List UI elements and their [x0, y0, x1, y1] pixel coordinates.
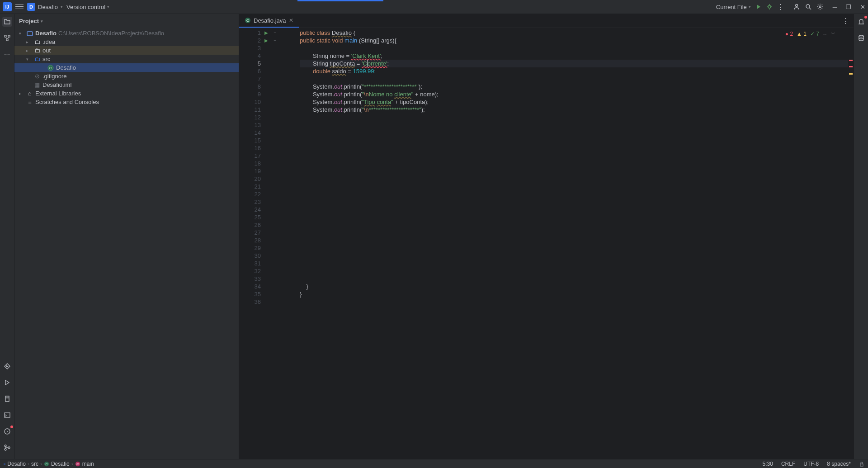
loading-progress-bar: [297, 0, 383, 1]
tree-file-desafio-class[interactable]: C Desafio: [14, 63, 239, 72]
run-gutter[interactable]: ▶ ▶: [264, 28, 272, 459]
run-tool-button[interactable]: [2, 378, 12, 388]
project-tool-window: Project ▾ ▾ Desafio C:\Users\ROBSON\Idea…: [14, 14, 239, 459]
warning-marker[interactable]: [849, 73, 853, 75]
database-tool-button[interactable]: [856, 33, 866, 43]
structure-tool-button[interactable]: [2, 33, 12, 43]
services-tool-button[interactable]: [2, 361, 12, 371]
run-config-selector[interactable]: Current File ▾: [716, 4, 751, 10]
inspections-up-icon[interactable]: ︿: [823, 31, 827, 37]
code-content[interactable]: public class Desafio {public static void…: [278, 28, 848, 459]
tree-external-libraries[interactable]: ▸ ⌂ External Libraries: [14, 89, 239, 98]
close-button[interactable]: ✕: [860, 4, 865, 10]
svg-rect-33: [860, 464, 863, 466]
svg-point-0: [768, 5, 771, 8]
line-separator[interactable]: CRLF: [781, 461, 795, 467]
class-icon: C: [245, 17, 251, 24]
error-marker[interactable]: [849, 60, 853, 61]
breadcrumb-project[interactable]: Desafio: [7, 461, 26, 467]
version-control-menu[interactable]: Version control ▾: [66, 4, 109, 10]
settings-icon[interactable]: [816, 3, 824, 10]
readonly-lock-icon[interactable]: [859, 461, 864, 467]
tree-folder-src[interactable]: ▾ 🗀 src: [14, 55, 239, 63]
project-tree[interactable]: ▾ Desafio C:\Users\ROBSON\IdeaProjects\D…: [14, 28, 239, 459]
tree-root[interactable]: ▾ Desafio C:\Users\ROBSON\IdeaProjects\D…: [14, 29, 239, 38]
svg-point-8: [819, 6, 821, 8]
tree-root-label: Desafio: [35, 30, 57, 37]
svg-point-28: [859, 35, 863, 37]
chevron-down-icon: ▾: [41, 19, 43, 24]
tab-close-icon[interactable]: ✕: [289, 17, 293, 24]
run-line-icon[interactable]: ▶: [264, 37, 272, 44]
vcs-label-text: Version control: [66, 4, 105, 10]
navigation-breadcrumb[interactable]: ▫ Desafio › src › C Desafio › m main: [4, 461, 94, 467]
tree-item-label: External Libraries: [35, 90, 81, 97]
tree-scratches[interactable]: ≡ Scratches and Consoles: [14, 98, 239, 106]
error-count: ● 2: [785, 31, 793, 37]
svg-rect-23: [27, 32, 33, 36]
debug-button[interactable]: [766, 4, 773, 10]
inspections-widget[interactable]: ● 2 ▲ 1 ✓ 7 ︿ ﹀: [785, 31, 835, 37]
error-marker[interactable]: [849, 66, 853, 67]
breadcrumb-folder[interactable]: src: [31, 461, 38, 467]
code-editor[interactable]: 1234 5678 9101112 13141516 17181920 2122…: [239, 28, 854, 459]
tree-item-label: src: [42, 56, 50, 62]
status-bar: ▫ Desafio › src › C Desafio › m main 5:3…: [0, 459, 868, 468]
run-line-icon[interactable]: ▶: [264, 29, 272, 37]
terminal-tool-button[interactable]: [2, 410, 12, 420]
indent-setting[interactable]: 8 spaces*: [827, 461, 851, 467]
svg-point-19: [5, 445, 6, 447]
more-tools-button[interactable]: ⋯: [2, 49, 12, 59]
tree-item-label: .gitignore: [42, 73, 66, 80]
svg-point-5: [795, 5, 797, 7]
chevron-down-icon: ▾: [749, 5, 751, 9]
svg-rect-9: [5, 35, 6, 37]
fold-gutter[interactable]: −−: [272, 28, 278, 459]
tree-file-gitignore[interactable]: ⊘ .gitignore: [14, 72, 239, 80]
breadcrumb-method[interactable]: main: [82, 461, 94, 467]
file-tab[interactable]: C Desafio.java ✕: [239, 14, 299, 28]
tree-folder-out[interactable]: ▸ 🗀 out: [14, 46, 239, 55]
project-tool-button[interactable]: [2, 17, 12, 27]
tree-item-label: .idea: [42, 38, 55, 45]
project-selector[interactable]: D Desafio ▾: [27, 3, 63, 11]
inspections-down-icon[interactable]: ﹀: [831, 31, 835, 37]
app-logo-icon: IJ: [3, 2, 12, 11]
left-tool-rail: ⋯: [0, 14, 14, 459]
panel-title: Project: [19, 18, 39, 24]
current-file-label: Current File: [716, 4, 747, 10]
weak-warning-count: ✓ 7: [810, 31, 819, 37]
svg-rect-11: [6, 39, 8, 41]
warning-count: ▲ 1: [797, 31, 807, 37]
notifications-icon[interactable]: [856, 17, 866, 27]
svg-text:m: m: [76, 462, 79, 465]
tree-folder-idea[interactable]: ▸ 🗀 .idea: [14, 38, 239, 46]
tree-item-label: Desafio.iml: [42, 81, 71, 88]
search-icon[interactable]: [805, 3, 812, 10]
tree-file-iml[interactable]: ▦ Desafio.iml: [14, 80, 239, 89]
error-stripe[interactable]: [848, 28, 854, 459]
code-with-me-icon[interactable]: [793, 3, 800, 10]
svg-point-18: [7, 431, 8, 432]
svg-rect-16: [5, 413, 10, 417]
svg-point-20: [5, 449, 6, 450]
minimize-button[interactable]: ─: [833, 4, 837, 10]
run-button[interactable]: [755, 4, 762, 10]
cursor-position[interactable]: 5:30: [763, 461, 773, 467]
more-run-options-icon[interactable]: ⋮: [777, 3, 784, 11]
chevron-down-icon: ▾: [61, 5, 63, 9]
svg-text:C: C: [246, 19, 249, 23]
method-icon: m: [75, 461, 80, 467]
hamburger-menu-icon[interactable]: [15, 3, 24, 11]
file-encoding[interactable]: UTF-8: [803, 461, 819, 467]
project-panel-header[interactable]: Project ▾: [14, 14, 239, 28]
tab-options-icon[interactable]: ⋮: [842, 17, 849, 25]
svg-point-21: [8, 447, 10, 449]
maximize-button[interactable]: ❐: [846, 4, 851, 10]
project-name: Desafio: [38, 4, 58, 10]
right-tool-rail: [854, 14, 868, 459]
build-tool-button[interactable]: [2, 394, 12, 404]
vcs-tool-button[interactable]: [2, 443, 12, 453]
breadcrumb-class[interactable]: Desafio: [51, 461, 70, 467]
problems-tool-button[interactable]: [2, 426, 12, 436]
